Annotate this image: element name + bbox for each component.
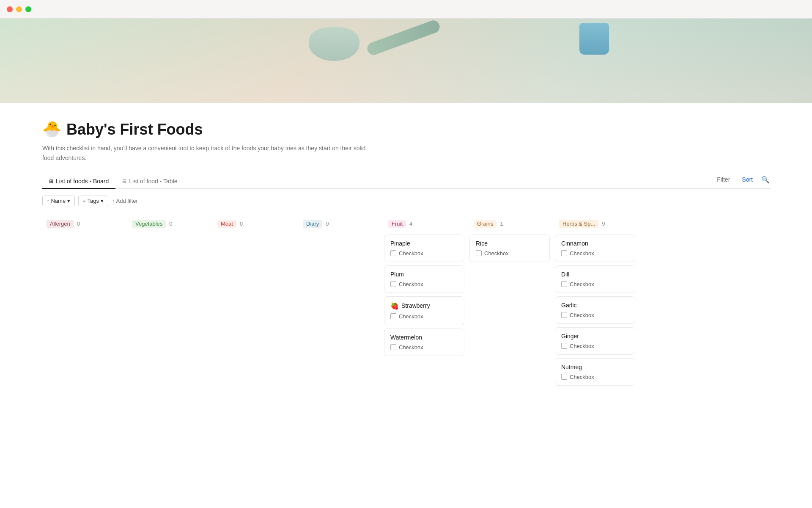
- card-field: Checkbox: [390, 250, 458, 257]
- tab-table[interactable]: ⊟ List of food - Table: [115, 174, 184, 189]
- board: Allergen0Vegetables0Meat0Diary0Fruit4Pin…: [42, 216, 770, 398]
- checkbox-input[interactable]: [561, 343, 567, 349]
- card-title: Nutmeg: [561, 364, 629, 370]
- column-header-allergen: Allergen0: [42, 216, 123, 231]
- card-title: Watermelon: [390, 334, 458, 341]
- column-vegetables: Vegetables0: [128, 216, 208, 389]
- checkbox-input[interactable]: [561, 374, 567, 380]
- column-tag-diary[interactable]: Diary: [303, 220, 322, 228]
- checkbox-label: Checkbox: [570, 374, 594, 380]
- chevron-down-icon: ▾: [101, 198, 104, 204]
- column-header-fruit: Fruit4: [384, 216, 464, 231]
- card-title: Garlic: [561, 302, 629, 309]
- chevron-down-icon: ▾: [67, 198, 70, 204]
- checkbox-label: Checkbox: [570, 312, 594, 318]
- column-count-allergen: 0: [77, 221, 80, 227]
- card-nutmeg[interactable]: NutmegCheckbox: [555, 358, 635, 386]
- column-grains: Grains1RiceCheckbox: [469, 216, 550, 389]
- card-pinaple[interactable]: PinapleCheckbox: [384, 235, 464, 262]
- checkbox-input[interactable]: [561, 281, 567, 287]
- page-title: Baby's First Foods: [66, 120, 203, 138]
- card-title: Ginger: [561, 333, 629, 340]
- column-count-grains: 1: [500, 221, 503, 227]
- column-tag-herbs[interactable]: Herbs & Sp...: [559, 220, 598, 228]
- tabs-bar: ⊞ List of foods - Board ⊟ List of food -…: [42, 174, 770, 189]
- card-ginger[interactable]: GingerCheckbox: [555, 327, 635, 355]
- card-title: Plum: [390, 271, 458, 278]
- column-header-meat: Meat0: [213, 216, 294, 231]
- card-field: Checkbox: [561, 312, 629, 318]
- column-herbs: Herbs & Sp...9CinnamonCheckboxDillCheckb…: [555, 216, 635, 389]
- list-icon: ≡: [83, 198, 85, 203]
- name-filter-chip[interactable]: ↑ Name ▾: [42, 196, 75, 206]
- checkbox-input[interactable]: [390, 281, 396, 287]
- card-cinnamon[interactable]: CinnamonCheckbox: [555, 235, 635, 262]
- checkbox-label: Checkbox: [399, 313, 423, 320]
- card-title: 🍓Strawberry: [390, 302, 458, 310]
- card-plum[interactable]: PlumCheckbox: [384, 265, 464, 293]
- search-icon[interactable]: 🔍: [761, 176, 770, 184]
- card-title: Cinnamon: [561, 240, 629, 247]
- checkbox-input[interactable]: [390, 250, 396, 256]
- column-tag-meat[interactable]: Meat: [217, 220, 236, 228]
- checkbox-label: Checkbox: [399, 250, 423, 257]
- checkbox-input[interactable]: [476, 250, 482, 256]
- checkbox-input[interactable]: [390, 313, 396, 319]
- column-fruit: Fruit4PinapleCheckboxPlumCheckbox🍓Strawb…: [384, 216, 464, 389]
- tab-board[interactable]: ⊞ List of foods - Board: [42, 174, 115, 189]
- card-garlic[interactable]: GarlicCheckbox: [555, 296, 635, 324]
- page-content: 🐣 Baby's First Foods With this checklist…: [0, 103, 812, 414]
- maximize-button[interactable]: [25, 6, 31, 12]
- card-field: Checkbox: [390, 344, 458, 351]
- add-filter-button[interactable]: + Add filter: [112, 198, 138, 204]
- card-rice[interactable]: RiceCheckbox: [469, 235, 550, 262]
- column-tag-grains[interactable]: Grains: [474, 220, 497, 228]
- card-strawberry[interactable]: 🍓StrawberryCheckbox: [384, 296, 464, 325]
- card-title: Dill: [561, 271, 629, 278]
- card-field: Checkbox: [561, 281, 629, 287]
- column-meat: Meat0: [213, 216, 294, 389]
- column-count-vegetables: 0: [169, 221, 172, 227]
- card-watermelon[interactable]: WatermelonCheckbox: [384, 329, 464, 356]
- sort-up-icon: ↑: [47, 198, 49, 203]
- close-button[interactable]: [7, 6, 13, 12]
- tags-filter-chip[interactable]: ≡ Tags ▾: [78, 196, 108, 206]
- column-count-herbs: 9: [602, 221, 605, 227]
- page-title-area: 🐣 Baby's First Foods: [42, 120, 770, 138]
- checkbox-label: Checkbox: [399, 281, 423, 287]
- minimize-button[interactable]: [16, 6, 22, 12]
- board-tab-icon: ⊞: [49, 178, 53, 184]
- card-field: Checkbox: [561, 343, 629, 349]
- checkbox-label: Checkbox: [570, 250, 594, 257]
- checkbox-input[interactable]: [561, 312, 567, 318]
- card-field: Checkbox: [390, 281, 458, 287]
- card-dill[interactable]: DillCheckbox: [555, 265, 635, 293]
- column-tag-fruit[interactable]: Fruit: [388, 220, 406, 228]
- checkbox-input[interactable]: [561, 250, 567, 256]
- checkbox-input[interactable]: [390, 344, 396, 350]
- column-header-vegetables: Vegetables0: [128, 216, 208, 231]
- filter-button[interactable]: Filter: [713, 174, 733, 185]
- card-field: Checkbox: [561, 250, 629, 257]
- column-diary: Diary0: [299, 216, 379, 389]
- card-field: Checkbox: [390, 313, 458, 320]
- toolbar: Filter Sort 🔍: [713, 174, 770, 188]
- column-tag-allergen[interactable]: Allergen: [47, 220, 74, 228]
- checkbox-label: Checkbox: [484, 250, 509, 257]
- column-count-meat: 0: [240, 221, 243, 227]
- card-field: Checkbox: [476, 250, 543, 257]
- tabs-list: ⊞ List of foods - Board ⊟ List of food -…: [42, 174, 184, 188]
- filter-bar: ↑ Name ▾ ≡ Tags ▾ + Add filter: [42, 196, 770, 206]
- column-tag-vegetables[interactable]: Vegetables: [132, 220, 166, 228]
- column-header-grains: Grains1: [469, 216, 550, 231]
- sort-button[interactable]: Sort: [738, 174, 756, 185]
- checkbox-label: Checkbox: [570, 343, 594, 349]
- card-emoji-icon: 🍓: [390, 302, 399, 310]
- card-title: Rice: [476, 240, 543, 247]
- checkbox-label: Checkbox: [399, 344, 423, 351]
- column-count-fruit: 4: [409, 221, 412, 227]
- page-icon: 🐣: [42, 120, 61, 138]
- window-chrome: [0, 0, 812, 19]
- hero-image: [0, 19, 812, 103]
- column-header-herbs: Herbs & Sp...9: [555, 216, 635, 231]
